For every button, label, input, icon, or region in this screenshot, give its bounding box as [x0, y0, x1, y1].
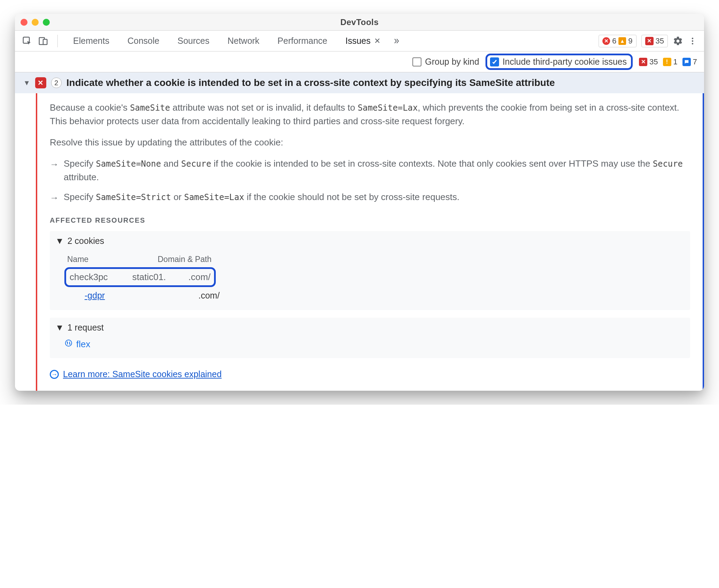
- text: attribute.: [64, 172, 99, 182]
- affected-cookies-count: 2 cookies: [68, 235, 104, 248]
- cookie-name-link[interactable]: -gdpr: [67, 289, 144, 302]
- cookie-domain: static01. .com/: [132, 270, 211, 284]
- bullet-1-text: Specify SameSite=None and Secure if the …: [64, 157, 690, 184]
- window-title: DevTools: [15, 17, 704, 27]
- tab-network[interactable]: Network: [221, 34, 266, 48]
- text: Because a cookie's: [50, 102, 130, 113]
- issues-toolbar: Group by kind Include third-party cookie…: [15, 51, 704, 72]
- issue-kind-icon: ✕: [35, 77, 46, 88]
- inspect-element-icon[interactable]: [22, 36, 32, 46]
- main-tabs-row: Elements Console Sources Network Perform…: [15, 31, 704, 51]
- code-samesite-lax-2: SameSite=Lax: [184, 192, 244, 202]
- tab-console[interactable]: Console: [121, 34, 166, 48]
- bullet-2-text: Specify SameSite=Strict or SameSite=Lax …: [64, 190, 459, 205]
- text: if the cookie should not be set by cross…: [244, 192, 460, 202]
- col-domain-path: Domain & Path: [158, 253, 212, 265]
- window-controls: [21, 19, 50, 26]
- text: or: [171, 192, 184, 202]
- minimize-window-button[interactable]: [32, 19, 39, 26]
- table-row: -gdpr .com/: [64, 287, 685, 304]
- include-third-party-checkbox[interactable]: Include third-party cookie issues: [490, 57, 627, 67]
- col-name: Name: [67, 253, 144, 265]
- svg-point-6: [65, 340, 72, 346]
- page-error-icon: ✕: [645, 37, 654, 45]
- affected-requests-block: ▼ 1 request flex: [50, 318, 690, 358]
- external-link-icon: →: [50, 370, 59, 379]
- improvement-icon: !: [663, 58, 671, 66]
- console-status-badge[interactable]: ✕ 6 ▲ 9: [599, 35, 637, 47]
- maximize-window-button[interactable]: [43, 19, 50, 26]
- device-toolbar-icon[interactable]: [38, 36, 48, 46]
- issue-paragraph-2: Resolve this issue by updating the attri…: [50, 136, 690, 149]
- toolbar-improvement-count: 1: [673, 57, 678, 66]
- issue-body-wrap: Because a cookie's SameSite attribute wa…: [15, 93, 704, 391]
- affected-requests-count: 1 request: [68, 321, 104, 334]
- code-secure-2: Secure: [653, 159, 683, 169]
- issue-bullet-1: → Specify SameSite=None and Secure if th…: [50, 157, 690, 184]
- group-by-kind-label: Group by kind: [425, 57, 479, 67]
- table-header: Name Domain & Path: [64, 251, 685, 268]
- warning-count: 9: [628, 37, 632, 46]
- tab-performance[interactable]: Performance: [271, 34, 333, 48]
- page-error-count: 35: [656, 37, 664, 46]
- group-by-kind-checkbox[interactable]: Group by kind: [412, 57, 479, 67]
- issue-bullet-2: → Specify SameSite=Strict or SameSite=La…: [50, 190, 690, 205]
- severity-gutter: [15, 93, 37, 391]
- issue-count-pill: 2: [51, 78, 62, 88]
- code-samesite-lax: SameSite=Lax: [358, 103, 418, 113]
- affected-resources-label: Affected Resources: [50, 215, 690, 225]
- close-window-button[interactable]: [21, 19, 27, 26]
- affected-request-link[interactable]: flex: [64, 337, 685, 351]
- issues-status-badge[interactable]: ✕ 35: [641, 35, 668, 47]
- code-samesite-strict: SameSite=Strict: [96, 192, 171, 202]
- request-name: flex: [76, 337, 90, 351]
- tab-elements[interactable]: Elements: [67, 34, 116, 48]
- close-tab-icon[interactable]: ✕: [374, 37, 380, 46]
- kebab-menu-icon[interactable]: [688, 37, 697, 46]
- arrow-icon: →: [50, 190, 59, 205]
- arrow-icon: →: [50, 157, 59, 184]
- svg-rect-2: [43, 39, 47, 45]
- toolbar-other[interactable]: 7: [682, 57, 697, 66]
- warning-icon: ▲: [618, 37, 626, 45]
- affected-cookies-header[interactable]: ▼ 2 cookies: [55, 235, 685, 248]
- checkbox-checked-icon: [490, 57, 499, 66]
- error-icon: ✕: [602, 37, 610, 45]
- include-third-party-label: Include third-party cookie issues: [503, 57, 627, 67]
- code-samesite: SameSite: [130, 103, 170, 113]
- third-party-cookie-callout: Include third-party cookie issues: [485, 54, 633, 70]
- toolbar-improvements[interactable]: ! 1: [663, 57, 678, 66]
- code-secure: Secure: [181, 159, 211, 169]
- tabs-right-group: ✕ 6 ▲ 9 ✕ 35: [599, 35, 697, 47]
- issue-header[interactable]: ▼ ✕ 2 Indicate whether a cookie is inten…: [15, 72, 704, 93]
- tab-sources[interactable]: Sources: [171, 34, 216, 48]
- affected-cookies-block: ▼ 2 cookies Name Domain & Path check3pc …: [50, 231, 690, 310]
- toolbar-page-error-count: 35: [649, 57, 658, 66]
- svg-point-5: [692, 43, 693, 44]
- titlebar: DevTools: [15, 14, 704, 31]
- devtools-window: DevTools Elements Console Sources Networ…: [15, 14, 704, 391]
- cookie-domain: .com/: [158, 289, 220, 302]
- checkbox-unchecked-icon: [412, 57, 421, 66]
- text: .com/: [198, 291, 220, 300]
- svg-point-3: [692, 38, 693, 39]
- cookie-name[interactable]: check3pc: [70, 270, 118, 284]
- text: static01.: [132, 272, 166, 282]
- text: and: [161, 158, 181, 169]
- learn-more-link[interactable]: → Learn more: SameSite cookies explained: [50, 368, 690, 381]
- error-count: 6: [612, 37, 616, 46]
- text: .com/: [188, 272, 211, 282]
- toolbar-other-count: 7: [693, 57, 697, 66]
- affected-requests-header[interactable]: ▼ 1 request: [55, 321, 685, 334]
- more-tabs-icon[interactable]: [392, 37, 401, 45]
- divider: [57, 35, 58, 47]
- toolbar-page-errors[interactable]: ✕ 35: [639, 57, 658, 66]
- disclosure-triangle-icon: ▼: [55, 321, 64, 334]
- disclosure-triangle-icon[interactable]: ▼: [23, 79, 30, 87]
- disclosure-triangle-icon: ▼: [55, 235, 64, 248]
- tab-issues[interactable]: Issues ✕: [339, 34, 386, 48]
- settings-icon[interactable]: [673, 36, 683, 46]
- svg-point-4: [692, 40, 693, 41]
- message-icon: [682, 58, 691, 66]
- tab-issues-label: Issues: [345, 36, 370, 46]
